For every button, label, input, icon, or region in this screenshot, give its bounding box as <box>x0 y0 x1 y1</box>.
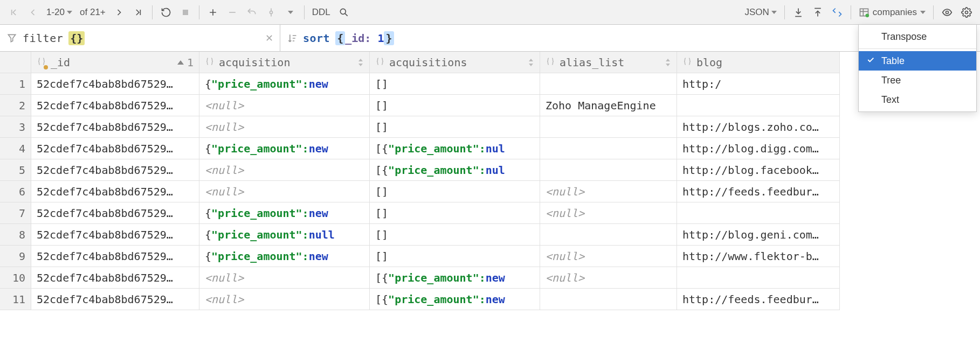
column-header-id[interactable]: _id 1 <box>31 52 199 73</box>
search-button[interactable] <box>335 3 353 22</box>
cell-acquisition[interactable]: <null> <box>199 159 370 181</box>
row-number[interactable]: 2 <box>0 95 31 116</box>
rownum-header[interactable] <box>0 52 31 73</box>
cell-acquisition[interactable]: <null> <box>199 181 370 202</box>
menu-tree[interactable]: Tree <box>859 71 976 90</box>
cell-blog[interactable] <box>677 202 840 224</box>
commit-button[interactable] <box>262 3 280 22</box>
cell-id[interactable]: 52cdef7c4bab8bd67529… <box>31 159 199 181</box>
cell-id[interactable]: 52cdef7c4bab8bd67529… <box>31 73 199 95</box>
cell-acquisition[interactable]: <null> <box>199 267 370 289</box>
column-header-alias-list[interactable]: alias_list <box>540 52 677 73</box>
compare-button[interactable] <box>828 3 846 22</box>
table-select-dropdown[interactable]: companies <box>855 7 929 18</box>
cell-acquisitions[interactable]: [] <box>370 73 540 95</box>
cell-blog[interactable]: http://www.flektor-b… <box>677 246 840 267</box>
last-page-button[interactable] <box>129 3 148 22</box>
cell-acquisition[interactable]: {"price_amount": new <box>199 73 370 95</box>
row-number[interactable]: 4 <box>0 138 31 159</box>
cell-alias-list[interactable]: <null> <box>540 246 677 267</box>
cell-acquisitions[interactable]: [{"price_amount": nul <box>370 159 540 181</box>
ddl-button[interactable]: DDL <box>309 7 334 18</box>
cell-alias-list[interactable] <box>540 159 677 181</box>
cell-alias-list[interactable]: <null> <box>540 267 677 289</box>
import-button[interactable] <box>809 3 827 22</box>
prev-page-button[interactable] <box>24 3 42 22</box>
undo-button[interactable] <box>243 3 261 22</box>
column-sort-handle[interactable] <box>357 59 364 66</box>
filter-cell[interactable]: filter {} ✕ <box>0 25 280 51</box>
first-page-button[interactable] <box>4 3 23 22</box>
cell-id[interactable]: 52cdef7c4bab8bd67529… <box>31 267 199 289</box>
cell-blog[interactable]: http://blog.geni.com… <box>677 224 840 246</box>
cell-id[interactable]: 52cdef7c4bab8bd67529… <box>31 116 199 138</box>
cell-alias-list[interactable] <box>540 289 677 310</box>
cell-alias-list[interactable]: Zoho ManageEngine <box>540 95 677 116</box>
cell-id[interactable]: 52cdef7c4bab8bd67529… <box>31 224 199 246</box>
cell-acquisitions[interactable]: [] <box>370 246 540 267</box>
cell-id[interactable]: 52cdef7c4bab8bd67529… <box>31 289 199 310</box>
cell-acquisitions[interactable]: [] <box>370 116 540 138</box>
cell-alias-list[interactable]: <null> <box>540 181 677 202</box>
menu-transpose[interactable]: Transpose <box>859 27 976 46</box>
stop-button[interactable] <box>176 3 195 22</box>
cell-blog[interactable]: http://feeds.feedbur… <box>677 181 840 202</box>
cell-alias-list[interactable] <box>540 224 677 246</box>
cell-acquisition[interactable]: {"price_amount": new <box>199 138 370 159</box>
column-header-acquisition[interactable]: acquisition <box>199 52 370 73</box>
cell-acquisitions[interactable]: [{"price_amount": new <box>370 289 540 310</box>
cell-blog[interactable]: http://blogs.zoho.co… <box>677 116 840 138</box>
cell-blog[interactable]: http://blog.facebook… <box>677 159 840 181</box>
revert-button[interactable] <box>281 3 300 22</box>
cell-acquisitions[interactable]: [] <box>370 224 540 246</box>
column-header-acquisitions[interactable]: acquisitions <box>370 52 540 73</box>
settings-button[interactable] <box>957 3 976 22</box>
row-number[interactable]: 9 <box>0 246 31 267</box>
row-number[interactable]: 7 <box>0 202 31 224</box>
row-number[interactable]: 11 <box>0 289 31 310</box>
export-button[interactable] <box>789 3 808 22</box>
cell-acquisition[interactable]: <null> <box>199 116 370 138</box>
cell-blog[interactable]: http:/ <box>677 73 840 95</box>
row-number[interactable]: 10 <box>0 267 31 289</box>
cell-acquisition[interactable]: <null> <box>199 95 370 116</box>
add-row-button[interactable] <box>204 3 222 22</box>
cell-id[interactable]: 52cdef7c4bab8bd67529… <box>31 95 199 116</box>
column-sort-handle[interactable] <box>665 59 671 66</box>
row-number[interactable]: 6 <box>0 181 31 202</box>
page-range-dropdown[interactable]: 1-20 <box>43 7 75 18</box>
menu-text[interactable]: Text <box>859 90 976 109</box>
menu-table[interactable]: Table <box>859 51 976 71</box>
next-page-button[interactable] <box>110 3 128 22</box>
cell-id[interactable]: 52cdef7c4bab8bd67529… <box>31 181 199 202</box>
output-format-dropdown[interactable]: JSON <box>741 7 779 18</box>
cell-acquisitions[interactable]: [] <box>370 202 540 224</box>
cell-alias-list[interactable] <box>540 138 677 159</box>
row-number[interactable]: 8 <box>0 224 31 246</box>
cell-acquisition[interactable]: {"price_amount": null <box>199 224 370 246</box>
view-mode-button[interactable] <box>938 3 956 22</box>
cell-acquisitions[interactable]: [{"price_amount": new <box>370 267 540 289</box>
cell-blog[interactable]: http://feeds.feedbur… <box>677 289 840 310</box>
cell-id[interactable]: 52cdef7c4bab8bd67529… <box>31 246 199 267</box>
cell-acquisition[interactable]: {"price_amount": new <box>199 246 370 267</box>
cell-alias-list[interactable] <box>540 116 677 138</box>
cell-acquisitions[interactable]: [] <box>370 181 540 202</box>
cell-blog[interactable]: http://blog.digg.com… <box>677 138 840 159</box>
cell-blog[interactable] <box>677 95 840 116</box>
cell-id[interactable]: 52cdef7c4bab8bd67529… <box>31 138 199 159</box>
cell-acquisitions[interactable]: [] <box>370 95 540 116</box>
clear-filter-button[interactable]: ✕ <box>265 32 273 44</box>
row-number[interactable]: 5 <box>0 159 31 181</box>
cell-id[interactable]: 52cdef7c4bab8bd67529… <box>31 202 199 224</box>
row-number[interactable]: 3 <box>0 116 31 138</box>
cell-acquisitions[interactable]: [{"price_amount": nul <box>370 138 540 159</box>
column-sort-handle[interactable] <box>528 59 534 66</box>
row-number[interactable]: 1 <box>0 73 31 95</box>
cell-blog[interactable] <box>677 267 840 289</box>
cell-acquisition[interactable]: {"price_amount": new <box>199 202 370 224</box>
cell-alias-list[interactable] <box>540 73 677 95</box>
delete-row-button[interactable] <box>223 3 241 22</box>
column-header-blog[interactable]: blog <box>677 52 840 73</box>
cell-alias-list[interactable]: <null> <box>540 202 677 224</box>
